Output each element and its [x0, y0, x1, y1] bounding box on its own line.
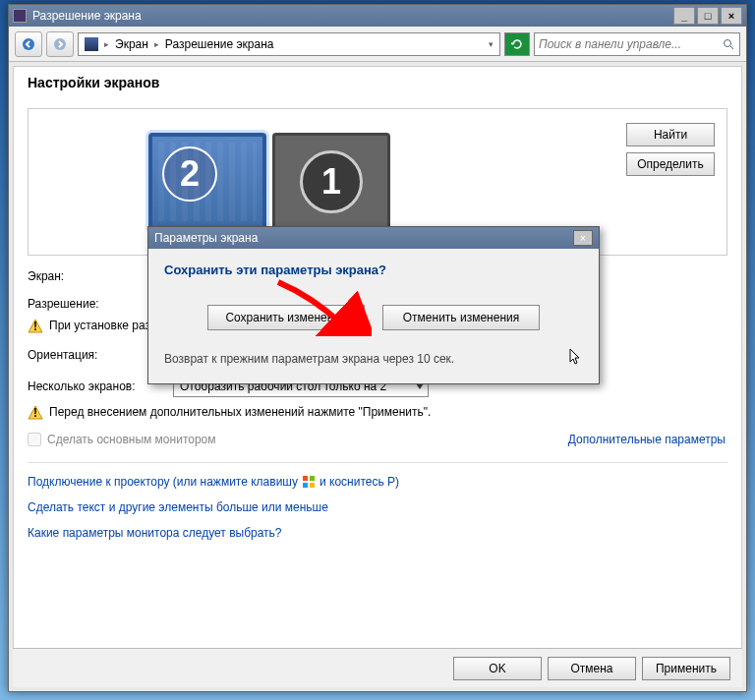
make-main-checkbox: Сделать основным монитором Дополнительны… — [28, 433, 727, 446]
dropdown-icon[interactable]: ▾ — [489, 39, 494, 49]
chevron-icon: ▸ — [104, 39, 109, 49]
cursor-icon — [569, 348, 583, 370]
svg-rect-9 — [310, 483, 315, 488]
revert-changes-button[interactable]: Отменить изменения — [382, 305, 540, 330]
detect-button[interactable]: Определить — [626, 152, 715, 176]
warning-icon: ! — [28, 319, 43, 334]
svg-point-1 — [54, 38, 66, 50]
checkbox-input — [28, 433, 41, 446]
dialog-title: Параметры экрана — [154, 231, 258, 245]
titlebar: Разрешение экрана _ □ × — [9, 5, 746, 27]
search-input[interactable] — [539, 37, 722, 51]
maximize-button[interactable]: □ — [697, 7, 719, 25]
search-icon — [722, 37, 735, 51]
breadcrumb-item[interactable]: Экран — [115, 37, 148, 51]
svg-line-3 — [730, 46, 733, 49]
svg-point-2 — [725, 39, 731, 46]
monitor-icon — [85, 37, 98, 51]
svg-text:!: ! — [33, 406, 37, 420]
text-size-link[interactable]: Сделать текст и другие элементы больше и… — [28, 500, 727, 514]
dialog-close-button[interactable]: × — [573, 230, 593, 246]
apply-button[interactable]: Применить — [642, 657, 730, 680]
breadcrumb-item[interactable]: Разрешение экрана — [165, 37, 274, 51]
windows-logo-icon — [302, 475, 316, 489]
close-button[interactable]: × — [721, 7, 742, 25]
projector-link[interactable]: Подключение к проектору (или нажмите кла… — [28, 475, 727, 489]
screen-label: Экран: — [28, 269, 165, 283]
page-title: Настройки экранов — [28, 75, 727, 90]
find-button[interactable]: Найти — [626, 123, 715, 146]
cancel-button[interactable]: Отмена — [548, 657, 636, 680]
ok-button[interactable]: OK — [453, 657, 542, 680]
monitor-1[interactable]: 1 — [272, 133, 390, 231]
breadcrumb[interactable]: ▸ Экран ▸ Разрешение экрана ▾ — [78, 32, 500, 56]
app-icon — [13, 9, 27, 23]
svg-rect-8 — [303, 483, 308, 488]
svg-point-0 — [23, 38, 34, 50]
dialog-question: Сохранить эти параметры экрана? — [164, 262, 583, 277]
countdown-text: Возврат к прежним параметрам экрана чере… — [164, 352, 454, 366]
svg-rect-7 — [310, 476, 315, 481]
confirm-dialog: Параметры экрана × Сохранить эти парамет… — [147, 226, 600, 384]
svg-rect-6 — [303, 476, 308, 481]
search-box[interactable] — [534, 32, 740, 56]
resolution-label: Разрешение: — [28, 297, 165, 311]
svg-text:!: ! — [33, 320, 37, 333]
multiple-label: Несколько экранов: — [28, 379, 165, 393]
orientation-label: Ориентация: — [28, 348, 165, 362]
minimize-button[interactable]: _ — [673, 7, 695, 25]
monitor-2[interactable]: 2 — [148, 133, 266, 231]
forward-button[interactable] — [46, 31, 74, 57]
save-changes-button[interactable]: Сохранить изменения — [207, 305, 365, 330]
monitor-help-link[interactable]: Какие параметры монитора следует выбрать… — [28, 526, 727, 540]
chevron-icon: ▸ — [154, 39, 159, 49]
advanced-settings-link[interactable]: Дополнительные параметры — [568, 433, 726, 446]
bottom-bar: OK Отмена Применить — [13, 648, 742, 687]
dialog-titlebar: Параметры экрана × — [148, 227, 599, 249]
warning-icon: ! — [28, 405, 43, 421]
refresh-button[interactable] — [504, 32, 530, 56]
window-title: Разрешение экрана — [32, 9, 142, 23]
back-button[interactable] — [15, 31, 42, 57]
toolbar: ▸ Экран ▸ Разрешение экрана ▾ — [9, 27, 746, 62]
apply-warning: ! Перед внесением дополнительных изменен… — [28, 405, 727, 421]
